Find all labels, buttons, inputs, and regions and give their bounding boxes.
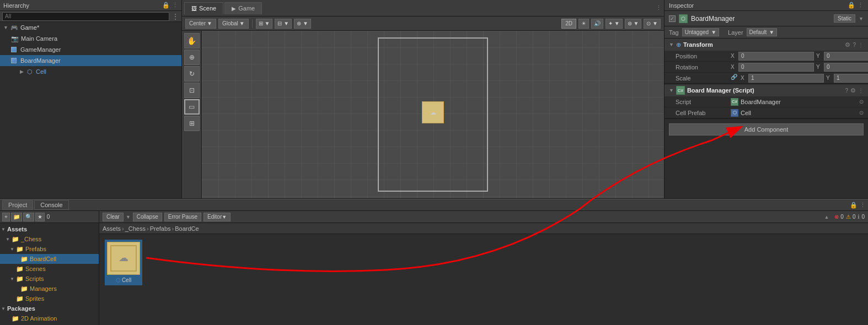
script-component-icon: C# (676, 86, 685, 95)
scripts-label: Scripts (25, 275, 44, 282)
hierarchy-item-board-manager[interactable]: BoardManager (0, 55, 181, 66)
expand-icon: ▼ (669, 88, 674, 93)
rx-axis-label: X (731, 64, 737, 70)
tree-item-packages[interactable]: ▼ Packages (0, 304, 99, 313)
scale-tool[interactable]: ⊡ (184, 83, 200, 98)
expand-arrow: ▼ (6, 237, 10, 242)
script-row: Script C# BoardManager ⊙ (665, 96, 868, 107)
fx-button[interactable]: ✦ ▼ (606, 19, 623, 29)
2d-animation-label: 2D Animation (21, 315, 57, 322)
hierarchy-item-game-manager[interactable]: GameManager (0, 44, 181, 55)
add-component-button[interactable]: Add Component (669, 123, 864, 136)
error-pause-button[interactable]: Error Pause (164, 213, 201, 221)
gizmo-tool[interactable]: ⊕ ▼ (294, 19, 311, 29)
position-y-input[interactable] (824, 52, 868, 61)
tab-project[interactable]: Project (2, 200, 33, 210)
collapse-button[interactable]: Collapse (133, 213, 162, 221)
scene-viewport[interactable]: ☁ (202, 31, 664, 198)
object-enabled-checkbox[interactable]: ✓ (669, 15, 676, 22)
object-icon: ⬡ (679, 14, 688, 23)
editor-dropdown-arrow: ▼ (222, 214, 227, 220)
file-item-cell[interactable]: ☁ ⬡ Cell (105, 240, 142, 285)
clear-dropdown-arrow[interactable]: ▼ (126, 214, 131, 220)
tab-console[interactable]: Console (34, 200, 68, 210)
board-manager-header[interactable]: ▼ C# Board Manager (Script) ? ⚙ ⋮ (665, 84, 868, 96)
scene-rect: ☁ (378, 37, 488, 192)
project-panel: + 📁 🔍 ★ 0 ▼ Assets ▼ 📁 _ (0, 211, 99, 325)
editor-button[interactable]: Editor ▼ (203, 213, 231, 221)
settings-icon[interactable]: ⚙ (845, 41, 850, 48)
layer-dropdown[interactable]: Default ▼ (747, 28, 778, 36)
tree-item-assets[interactable]: ▼ Assets (0, 224, 99, 234)
search-up-arrow[interactable]: ▲ (824, 214, 829, 220)
scale-link-icon[interactable]: 🔗 (731, 74, 737, 83)
static-dropdown-arrow[interactable]: ▼ (859, 16, 864, 21)
scene-panel-more[interactable]: ⋮ (656, 4, 662, 12)
tree-item-boardcell[interactable]: 📁 BoardCell (0, 254, 99, 264)
tree-item-scripts[interactable]: ▼ 📁 Scripts (0, 274, 99, 284)
nav-button[interactable]: ⊙ ▼ (644, 19, 661, 29)
combined-tool[interactable]: ⊞ (184, 116, 200, 131)
rotate-tool[interactable]: ↻ (184, 66, 200, 82)
tree-item-sprites[interactable]: 📁 Sprites (0, 294, 99, 304)
hierarchy-item-label: Main Camera (21, 35, 57, 42)
rotation-y-input[interactable] (824, 63, 868, 72)
rotation-x-input[interactable] (738, 63, 814, 72)
tab-scene[interactable]: 🖼 Scene (184, 2, 223, 14)
global-button[interactable]: Global ▼ (218, 19, 249, 29)
hand-tool[interactable]: ✋ (184, 33, 200, 48)
scale-x-input[interactable] (748, 74, 824, 83)
more-icon[interactable]: ⋮ (172, 2, 178, 9)
snap-tool[interactable]: ⊟ ▼ (275, 19, 292, 29)
tab-game[interactable]: ▶ Game (224, 2, 262, 14)
cell-select-icon[interactable]: ⊙ (859, 110, 864, 116)
layer-value: Default (749, 29, 767, 35)
help-icon[interactable]: ? (853, 42, 856, 48)
more-icon[interactable]: ⋮ (858, 2, 864, 9)
hierarchy-item-main-camera[interactable]: 📷 Main Camera (0, 33, 181, 44)
light-button[interactable]: ☀ (578, 19, 589, 29)
hierarchy-content: ▼ 🎮 Game* 📷 Main Camera GameManager (0, 22, 181, 198)
hierarchy-add-btn[interactable]: ⋮ (172, 12, 179, 21)
add-component-label: Add Component (744, 126, 789, 133)
create-button[interactable]: + (2, 213, 10, 221)
tree-item-chess[interactable]: ▼ 📁 _Chess (0, 234, 99, 244)
hierarchy-search-input[interactable] (2, 12, 169, 21)
tree-item-prefabs[interactable]: ▼ 📁 Prefabs (0, 244, 99, 254)
sprites-label: Sprites (25, 295, 44, 302)
gizmos-button[interactable]: ⊛ ▼ (625, 19, 642, 29)
cell-file-label: ⬡ Cell (116, 277, 131, 283)
prefab-icon: ⬡ (27, 68, 33, 75)
scale-y-input[interactable] (834, 74, 868, 83)
tree-item-managers[interactable]: 📁 Managers (0, 284, 99, 294)
star-btn[interactable]: ★ (35, 213, 45, 221)
search-project-btn[interactable]: 🔍 (23, 213, 34, 221)
help-icon[interactable]: ? (845, 88, 848, 94)
tree-item-scenes[interactable]: 📁 Scenes (0, 264, 99, 274)
rect-tool[interactable]: ▭ (184, 99, 200, 115)
settings-icon[interactable]: ⚙ (850, 87, 856, 94)
hierarchy-item-game[interactable]: ▼ 🎮 Game* (0, 22, 181, 33)
script-select-icon[interactable]: ⊙ (859, 99, 864, 105)
cell-file-name: Cell (122, 277, 131, 283)
transform-tool[interactable]: ⊞ ▼ (256, 19, 273, 29)
hierarchy-item-cell[interactable]: ▶ ⬡ Cell (0, 66, 181, 77)
chess-folder-icon: 📁 (12, 236, 19, 243)
more-icon[interactable]: ⋮ (858, 88, 864, 94)
tag-dropdown[interactable]: Untagged ▼ (682, 28, 719, 36)
tree-item-2d-animation[interactable]: 📁 2D Animation (0, 313, 99, 323)
static-button[interactable]: Static (834, 14, 855, 23)
clear-button[interactable]: Clear (103, 213, 124, 221)
scene-object[interactable]: ☁ (422, 101, 444, 123)
2d-button[interactable]: 2D (561, 19, 576, 29)
more-icon[interactable]: ⋮ (858, 42, 864, 48)
position-x-input[interactable] (738, 52, 814, 61)
folder-button[interactable]: 📁 (11, 213, 22, 221)
move-tool[interactable]: ⊕ (184, 50, 200, 65)
bottom-more-icon[interactable]: ⋮ (860, 202, 866, 209)
audio-button[interactable]: 🔊 (591, 19, 603, 29)
tag-value: Untagged (685, 29, 709, 35)
center-button[interactable]: Center ▼ (185, 19, 216, 29)
transform-header[interactable]: ▼ ⊕ Transform ⚙ ? ⋮ (665, 39, 868, 51)
cell-prefab-icon: ⬡ (731, 109, 738, 117)
